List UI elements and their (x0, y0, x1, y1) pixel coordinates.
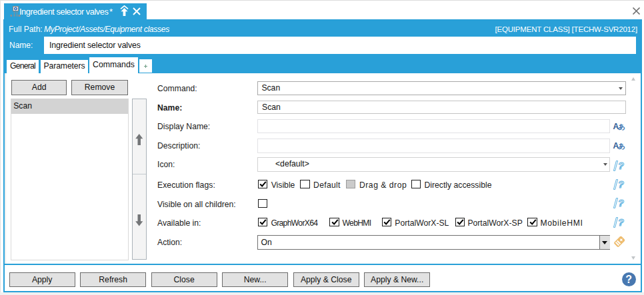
svg-text:?: ? (618, 198, 624, 208)
svg-text:?: ? (618, 160, 624, 171)
svg-text:?: ? (618, 217, 624, 228)
svg-text:?: ? (618, 179, 624, 190)
